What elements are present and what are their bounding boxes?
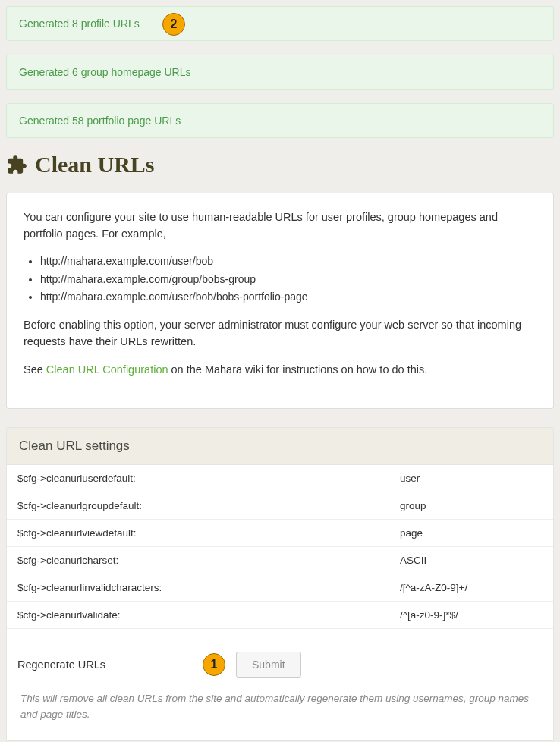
clean-url-config-link[interactable]: Clean URL Configuration [46, 363, 168, 376]
example-item: http://mahara.example.com/user/bob/bobs-… [40, 289, 536, 306]
annotation-badge-1: 1 [203, 653, 225, 676]
setting-val: user [389, 465, 553, 492]
setting-val: /[^a-zA-Z0-9]+/ [389, 574, 553, 602]
regenerate-form: Regenerate URLs 1 Submit This will remov… [7, 629, 553, 740]
intro-panel: You can configure your site to use human… [6, 193, 554, 409]
table-row: $cfg->cleanurlcharset: ASCII [7, 547, 553, 574]
setting-val: /^[a-z0-9-]*$/ [389, 602, 553, 629]
alert-portfolio-urls: Generated 58 portfolio page URLs [6, 103, 554, 138]
alert-text: Generated 8 profile URLs [19, 17, 140, 30]
settings-card: Clean URL settings $cfg->cleanurluserdef… [6, 427, 554, 741]
alert-profile-urls: Generated 8 profile URLs 2 [6, 6, 554, 41]
setting-key: $cfg->cleanurlcharset: [7, 547, 389, 574]
see-prefix: See [24, 363, 46, 376]
table-row: $cfg->cleanurlviewdefault: page [7, 520, 553, 547]
annotation-badge-2: 2 [162, 13, 185, 36]
see-suffix: on the Mahara wiki for instructions on h… [168, 363, 428, 376]
setting-key: $cfg->cleanurluserdefault: [7, 465, 389, 492]
setting-key: $cfg->cleanurlvalidate: [7, 602, 389, 629]
intro-before: Before enabling this option, your server… [24, 316, 536, 351]
page-title: Clean URLs [6, 152, 554, 178]
form-row: Regenerate URLs 1 Submit [17, 652, 543, 678]
page-title-text: Clean URLs [35, 152, 155, 178]
settings-header: Clean URL settings [7, 428, 553, 465]
alert-text: Generated 58 portfolio page URLs [19, 115, 181, 127]
alert-group-urls: Generated 6 group homepage URLs [6, 55, 554, 90]
example-item: http://mahara.example.com/group/bobs-gro… [40, 272, 536, 288]
settings-table: $cfg->cleanurluserdefault: user $cfg->cl… [7, 465, 553, 629]
setting-val: ASCII [389, 547, 553, 574]
setting-val: page [389, 520, 553, 547]
setting-key: $cfg->cleanurlinvalidcharacters: [7, 574, 389, 602]
setting-val: group [389, 492, 553, 520]
regenerate-label: Regenerate URLs [17, 659, 192, 671]
example-list: http://mahara.example.com/user/bob http:… [40, 253, 536, 306]
submit-button[interactable]: Submit [236, 652, 301, 678]
alert-text: Generated 6 group homepage URLs [19, 66, 190, 78]
setting-key: $cfg->cleanurlgroupdefault: [7, 492, 389, 520]
intro-lead: You can configure your site to use human… [24, 209, 536, 243]
table-row: $cfg->cleanurluserdefault: user [7, 465, 553, 492]
puzzle-icon [6, 154, 27, 175]
table-row: $cfg->cleanurlinvalidcharacters: /[^a-zA… [7, 574, 553, 602]
intro-see: See Clean URL Configuration on the Mahar… [24, 361, 536, 378]
table-row: $cfg->cleanurlvalidate: /^[a-z0-9-]*$/ [7, 602, 553, 629]
regenerate-help: This will remove all clean URLs from the… [17, 691, 543, 727]
example-item: http://mahara.example.com/user/bob [40, 253, 536, 270]
table-row: $cfg->cleanurlgroupdefault: group [7, 492, 553, 520]
setting-key: $cfg->cleanurlviewdefault: [7, 520, 389, 547]
